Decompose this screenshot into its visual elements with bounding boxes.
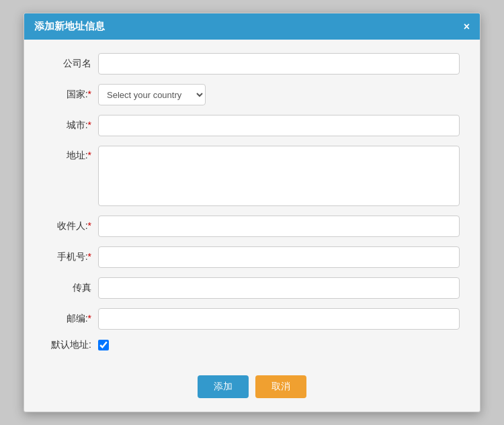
company-label: 公司名 [44, 58, 98, 70]
country-select[interactable]: Select your country [98, 84, 206, 105]
fax-input[interactable] [98, 277, 460, 299]
phone-label: 手机号:* [44, 251, 98, 263]
city-input[interactable] [98, 115, 460, 136]
address-label: 地址:* [44, 146, 98, 162]
company-input[interactable] [98, 53, 460, 75]
zip-label: 邮编:* [44, 313, 98, 325]
phone-row: 手机号:* [44, 246, 460, 268]
fax-row: 传真 [44, 277, 460, 299]
address-row: 地址:* [44, 146, 460, 206]
address-textarea[interactable] [98, 146, 460, 206]
dialog-header: 添加新地址信息 × [24, 13, 480, 40]
add-address-dialog: 添加新地址信息 × 公司名 国家:* Select your country 城… [24, 13, 480, 412]
default-label: 默认地址: [44, 339, 98, 351]
dialog-title: 添加新地址信息 [34, 20, 105, 33]
recipient-row: 收件人:* [44, 216, 460, 237]
add-button[interactable]: 添加 [198, 375, 249, 398]
recipient-label: 收件人:* [44, 220, 98, 232]
city-label: 城市:* [44, 120, 98, 132]
country-row: 国家:* Select your country [44, 84, 460, 105]
city-row: 城市:* [44, 115, 460, 136]
dialog-footer: 添加 取消 [24, 375, 480, 412]
dialog-body: 公司名 国家:* Select your country 城市:* 地址:* [24, 40, 480, 375]
zip-input[interactable] [98, 308, 460, 330]
default-checkbox[interactable] [98, 340, 109, 350]
recipient-input[interactable] [98, 216, 460, 237]
country-label: 国家:* [44, 89, 98, 101]
phone-input[interactable] [98, 246, 460, 268]
fax-label: 传真 [44, 282, 98, 294]
default-address-row: 默认地址: [44, 339, 460, 351]
company-row: 公司名 [44, 53, 460, 75]
close-button[interactable]: × [464, 21, 470, 32]
zip-row: 邮编:* [44, 308, 460, 330]
cancel-button[interactable]: 取消 [255, 375, 306, 398]
